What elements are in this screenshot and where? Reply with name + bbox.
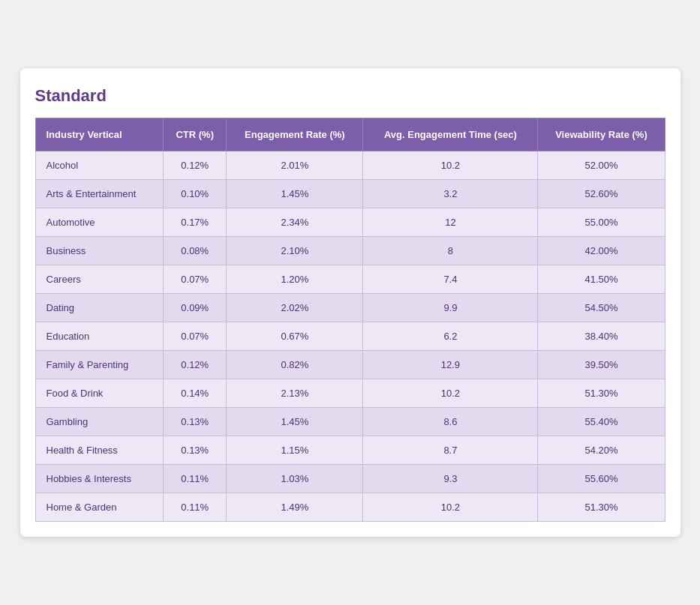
table-row: Food & Drink0.14%2.13%10.251.30% bbox=[35, 379, 665, 408]
table-cell-8-4: 51.30% bbox=[538, 379, 665, 408]
table-header-col-3: Avg. Engagement Time (sec) bbox=[363, 118, 538, 151]
page-title: Standard bbox=[35, 86, 665, 106]
table-row: Health & Fitness0.13%1.15%8.754.20% bbox=[35, 436, 665, 465]
table-cell-7-3: 12.9 bbox=[363, 351, 538, 379]
table-row: Family & Parenting0.12%0.82%12.939.50% bbox=[35, 351, 665, 379]
table-cell-10-3: 8.7 bbox=[363, 436, 538, 465]
table-cell-8-3: 10.2 bbox=[363, 379, 538, 408]
table-cell-9-4: 55.40% bbox=[538, 408, 665, 436]
table-cell-1-0: Arts & Entertainment bbox=[35, 180, 164, 208]
table-row: Business0.08%2.10%842.00% bbox=[35, 237, 665, 265]
table-cell-11-2: 1.03% bbox=[227, 465, 363, 493]
table-cell-7-2: 0.82% bbox=[227, 351, 363, 379]
table-cell-4-0: Careers bbox=[35, 265, 164, 294]
table-cell-7-1: 0.12% bbox=[164, 351, 227, 379]
table-cell-11-0: Hobbies & Interests bbox=[35, 465, 164, 493]
table-cell-11-4: 55.60% bbox=[538, 465, 665, 493]
table-cell-9-0: Gambling bbox=[35, 408, 164, 436]
table-cell-12-3: 10.2 bbox=[363, 493, 538, 522]
table-cell-2-4: 55.00% bbox=[538, 208, 665, 237]
table-cell-9-3: 8.6 bbox=[363, 408, 538, 436]
table-header-col-4: Viewability Rate (%) bbox=[538, 118, 665, 151]
table-row: Alcohol0.12%2.01%10.252.00% bbox=[35, 151, 665, 180]
table-cell-3-0: Business bbox=[35, 237, 164, 265]
table-row: Dating0.09%2.02%9.954.50% bbox=[35, 294, 665, 322]
table-header-col-2: Engagement Rate (%) bbox=[227, 118, 363, 151]
table-cell-6-4: 38.40% bbox=[538, 322, 665, 351]
table-row: Automotive0.17%2.34%1255.00% bbox=[35, 208, 665, 237]
table-cell-3-3: 8 bbox=[363, 237, 538, 265]
table-cell-5-3: 9.9 bbox=[363, 294, 538, 322]
table-cell-4-4: 41.50% bbox=[538, 265, 665, 294]
table-cell-5-0: Dating bbox=[35, 294, 164, 322]
table-cell-6-0: Education bbox=[35, 322, 164, 351]
table-cell-1-4: 52.60% bbox=[538, 180, 665, 208]
table-cell-8-2: 2.13% bbox=[227, 379, 363, 408]
table-cell-1-2: 1.45% bbox=[227, 180, 363, 208]
table-cell-6-1: 0.07% bbox=[164, 322, 227, 351]
table-row: Education0.07%0.67%6.238.40% bbox=[35, 322, 665, 351]
table-cell-11-3: 9.3 bbox=[363, 465, 538, 493]
table-cell-0-4: 52.00% bbox=[538, 151, 665, 180]
table-cell-2-2: 2.34% bbox=[227, 208, 363, 237]
table-cell-12-1: 0.11% bbox=[164, 493, 227, 522]
table-header-col-1: CTR (%) bbox=[164, 118, 227, 151]
table-cell-0-0: Alcohol bbox=[35, 151, 164, 180]
table-cell-3-4: 42.00% bbox=[538, 237, 665, 265]
table-cell-6-3: 6.2 bbox=[363, 322, 538, 351]
table-cell-1-1: 0.10% bbox=[164, 180, 227, 208]
table-cell-5-2: 2.02% bbox=[227, 294, 363, 322]
table-body: Alcohol0.12%2.01%10.252.00%Arts & Entert… bbox=[35, 151, 665, 522]
table-cell-3-1: 0.08% bbox=[164, 237, 227, 265]
table-cell-11-1: 0.11% bbox=[164, 465, 227, 493]
table-cell-12-0: Home & Garden bbox=[35, 493, 164, 522]
table-cell-0-1: 0.12% bbox=[164, 151, 227, 180]
table-header-row: Industry VerticalCTR (%)Engagement Rate … bbox=[35, 118, 665, 151]
table-cell-10-4: 54.20% bbox=[538, 436, 665, 465]
table-row: Hobbies & Interests0.11%1.03%9.355.60% bbox=[35, 465, 665, 493]
table-cell-8-1: 0.14% bbox=[164, 379, 227, 408]
data-table: Industry VerticalCTR (%)Engagement Rate … bbox=[35, 118, 665, 522]
table-cell-12-2: 1.49% bbox=[227, 493, 363, 522]
table-cell-4-2: 1.20% bbox=[227, 265, 363, 294]
table-cell-10-1: 0.13% bbox=[164, 436, 227, 465]
table-cell-1-3: 3.2 bbox=[363, 180, 538, 208]
table-row: Gambling0.13%1.45%8.655.40% bbox=[35, 408, 665, 436]
table-cell-9-1: 0.13% bbox=[164, 408, 227, 436]
table-header-col-0: Industry Vertical bbox=[35, 118, 164, 151]
table-cell-9-2: 1.45% bbox=[227, 408, 363, 436]
table-cell-10-2: 1.15% bbox=[227, 436, 363, 465]
table-cell-8-0: Food & Drink bbox=[35, 379, 164, 408]
table-cell-7-0: Family & Parenting bbox=[35, 351, 164, 379]
table-cell-7-4: 39.50% bbox=[538, 351, 665, 379]
table-cell-2-3: 12 bbox=[363, 208, 538, 237]
table-cell-6-2: 0.67% bbox=[227, 322, 363, 351]
table-cell-2-1: 0.17% bbox=[164, 208, 227, 237]
main-card: Standard Industry VerticalCTR (%)Engagem… bbox=[20, 68, 680, 537]
table-row: Careers0.07%1.20%7.441.50% bbox=[35, 265, 665, 294]
table-cell-0-3: 10.2 bbox=[363, 151, 538, 180]
table-cell-5-1: 0.09% bbox=[164, 294, 227, 322]
table-cell-10-0: Health & Fitness bbox=[35, 436, 164, 465]
table-cell-5-4: 54.50% bbox=[538, 294, 665, 322]
table-row: Home & Garden0.11%1.49%10.251.30% bbox=[35, 493, 665, 522]
table-cell-0-2: 2.01% bbox=[227, 151, 363, 180]
table-cell-2-0: Automotive bbox=[35, 208, 164, 237]
table-cell-3-2: 2.10% bbox=[227, 237, 363, 265]
table-cell-4-3: 7.4 bbox=[363, 265, 538, 294]
table-cell-4-1: 0.07% bbox=[164, 265, 227, 294]
table-row: Arts & Entertainment0.10%1.45%3.252.60% bbox=[35, 180, 665, 208]
table-cell-12-4: 51.30% bbox=[538, 493, 665, 522]
